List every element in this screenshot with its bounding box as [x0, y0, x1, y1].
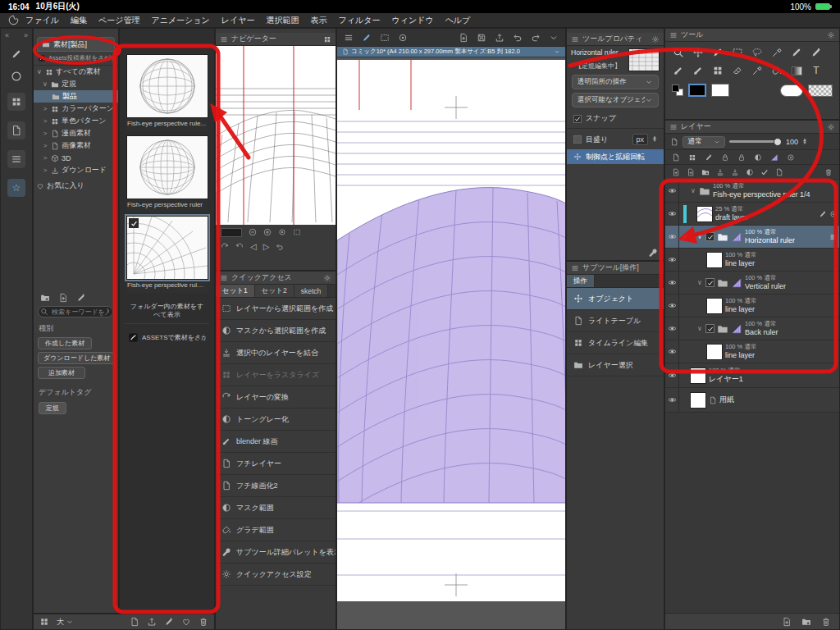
- new-folder-icon[interactable]: [801, 617, 811, 627]
- visibility-toggle[interactable]: [665, 317, 679, 340]
- tool-property-options-icon[interactable]: [651, 35, 660, 43]
- transfer-layer-icon[interactable]: [716, 168, 724, 176]
- selection-tool-icon[interactable]: [380, 33, 390, 43]
- delete-material-icon[interactable]: [199, 617, 208, 627]
- zoom-tool-icon[interactable]: [669, 43, 688, 62]
- quick-access-tab-set2[interactable]: セット2: [255, 285, 294, 297]
- clip-to-layer-icon[interactable]: [672, 153, 680, 162]
- reset-view-icon[interactable]: [276, 243, 284, 251]
- tools-options-icon[interactable]: [827, 31, 835, 39]
- layer-row-folder[interactable]: ∨ 100 % 通常 Back ruler: [665, 317, 839, 340]
- sub-tool-item-lighttable[interactable]: ライトテーブル: [567, 310, 664, 332]
- quick-access-tab-set1[interactable]: セット1: [216, 285, 255, 297]
- text-tool-icon[interactable]: T: [806, 62, 826, 80]
- material-card[interactable]: Fish-eye perspective rule...: [126, 54, 208, 131]
- visibility-toggle[interactable]: [665, 203, 679, 225]
- quick-access-item[interactable]: フチ線画化2: [216, 475, 336, 497]
- edge-panel-icon[interactable]: [7, 150, 25, 168]
- thumbnail-size-select[interactable]: 大: [57, 617, 74, 628]
- assets-search-link[interactable]: Assets投稿素材をさがす: [34, 52, 118, 66]
- rotate-left-icon[interactable]: [221, 243, 229, 251]
- pen-tool-icon[interactable]: [787, 43, 806, 62]
- quick-access-item[interactable]: フチレイヤー: [216, 453, 336, 475]
- quick-access-item[interactable]: レイヤーの変換: [216, 386, 336, 409]
- fill-tool-icon[interactable]: [767, 62, 787, 80]
- menu-item[interactable]: ページ管理: [98, 16, 139, 25]
- layer-row-draft[interactable]: 25 % 通常 draft layer: [665, 203, 839, 226]
- layer-color-icon[interactable]: [787, 153, 795, 162]
- favorite-icon[interactable]: [181, 617, 191, 627]
- rotate-right-icon[interactable]: [235, 243, 244, 251]
- layer-row-folder[interactable]: ∨ 100 % 通常 Fish-eye perspective ruler 1/…: [665, 180, 839, 203]
- menu-item[interactable]: フィルター: [339, 16, 381, 25]
- edge-color-circle-icon[interactable]: [11, 71, 22, 82]
- thumbnail-view-icon[interactable]: [39, 617, 49, 627]
- sub-color-chip[interactable]: [711, 84, 729, 97]
- material-tree-item-download[interactable]: >ダウンロード: [34, 164, 118, 176]
- menu-item[interactable]: ヘルプ: [445, 16, 471, 25]
- actual-size-icon[interactable]: [293, 228, 301, 236]
- visibility-toggle[interactable]: [665, 180, 679, 202]
- new-vector-layer-icon[interactable]: [687, 168, 695, 176]
- white-color-chip[interactable]: [780, 84, 803, 97]
- material-tree-item-mono-pattern[interactable]: >単色パターン: [34, 115, 118, 127]
- expand-left-icon[interactable]: »: [24, 31, 28, 39]
- undo-icon[interactable]: [513, 33, 523, 43]
- menu-item[interactable]: 編集: [71, 16, 87, 25]
- quick-access-item[interactable]: レイヤーから選択範囲を作成: [216, 298, 336, 320]
- quick-access-item[interactable]: マスク範囲: [216, 497, 336, 519]
- layer-row[interactable]: 100 % 通常 line layer: [665, 340, 839, 363]
- material-panel-tab[interactable]: 素材[製品]: [37, 37, 115, 52]
- canvas-drawing[interactable]: [337, 57, 566, 630]
- selection-tool-icon[interactable]: [728, 43, 747, 62]
- zoom-in-icon[interactable]: [263, 228, 272, 236]
- material-card-selected[interactable]: Fish-eye perspective ruler 1/4: [126, 216, 208, 293]
- export-icon[interactable]: [495, 33, 504, 43]
- quick-access-item[interactable]: グラデ範囲: [216, 519, 336, 541]
- apply-mask-icon[interactable]: [760, 168, 769, 176]
- ruler-check[interactable]: [705, 278, 714, 287]
- figure-tool-icon[interactable]: [398, 33, 408, 43]
- menu-item[interactable]: レイヤー: [221, 16, 255, 25]
- quick-access-item[interactable]: blender 線画: [216, 431, 336, 453]
- copy-material-icon[interactable]: [130, 617, 139, 627]
- draft-layer-icon[interactable]: [705, 153, 713, 162]
- delete-layer-icon[interactable]: [824, 168, 833, 176]
- zoom-value-box[interactable]: [221, 228, 242, 237]
- edge-grid-icon[interactable]: [7, 93, 25, 111]
- quick-access-item[interactable]: トーングレー化: [216, 409, 336, 431]
- toolbar-collapse-icon[interactable]: [549, 33, 559, 43]
- menu-item[interactable]: 選択範囲: [267, 16, 299, 25]
- new-folder-icon[interactable]: [701, 168, 710, 176]
- save-icon[interactable]: [477, 33, 486, 43]
- show-all-in-folder-button[interactable]: フォルダー内の素材をすべて表示: [125, 299, 209, 324]
- merge-down-icon[interactable]: [731, 168, 739, 176]
- snap-checkbox[interactable]: [573, 115, 582, 123]
- edge-pages-icon[interactable]: [7, 121, 25, 139]
- sub-tool-tab-operation[interactable]: 操作: [567, 275, 595, 287]
- document-tab[interactable]: コミック10* (A4 210.00 x 297.00mm 製本サイズ:B5 判…: [337, 47, 565, 57]
- eyedropper-tool-icon[interactable]: [767, 43, 787, 62]
- reference-layer-icon[interactable]: [688, 153, 696, 162]
- material-tree-item-ruler[interactable]: ∨定規: [34, 78, 118, 90]
- new-material-icon[interactable]: [58, 293, 68, 303]
- quick-access-tab-sketch[interactable]: sketch: [294, 285, 329, 297]
- blend-mode-select[interactable]: 通常: [682, 136, 725, 148]
- panel-menu-icon[interactable]: [669, 31, 678, 39]
- visibility-toggle[interactable]: [665, 226, 679, 248]
- layer-row-folder[interactable]: ∨ 100 % 通常 Vertical ruler: [665, 272, 839, 294]
- gradient-tool-icon[interactable]: [787, 62, 806, 80]
- navigator-preview[interactable]: [216, 46, 336, 225]
- visibility-toggle[interactable]: [665, 249, 679, 271]
- ruler-check[interactable]: [705, 232, 714, 241]
- layer-row[interactable]: 100 % 通常 レイヤー1: [665, 363, 839, 388]
- lock-alpha-icon[interactable]: [737, 153, 746, 162]
- material-search-input[interactable]: [38, 306, 113, 317]
- material-tree-item-color-pattern[interactable]: >カラーパターン: [34, 103, 118, 115]
- operation-tool-icon[interactable]: [708, 43, 728, 62]
- new-page-icon[interactable]: [459, 33, 468, 43]
- move-tool-icon[interactable]: [688, 43, 708, 62]
- search-on-assets-button[interactable]: ASSETSで素材をさがす: [125, 329, 209, 346]
- panel-menu-icon[interactable]: [571, 264, 579, 272]
- delete-layer-icon[interactable]: [821, 617, 831, 627]
